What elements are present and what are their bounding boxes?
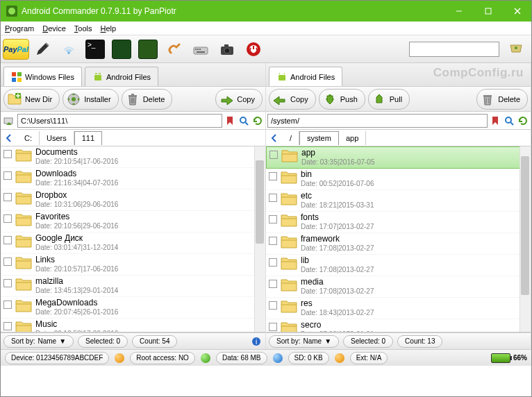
list-item[interactable]: MegaDownloadsDate: 20:07:45|26-01-2016 <box>1 297 265 319</box>
refresh-icon[interactable] <box>517 115 529 127</box>
info-icon[interactable]: i <box>250 335 263 348</box>
power-icon[interactable] <box>241 37 266 61</box>
checkbox[interactable] <box>3 171 12 180</box>
checkbox[interactable] <box>269 237 277 245</box>
right-path-input[interactable] <box>267 114 488 128</box>
checkbox[interactable] <box>3 193 12 201</box>
checkbox[interactable] <box>269 215 277 223</box>
chip2-icon[interactable] <box>135 37 160 61</box>
list-item[interactable]: resDate: 18:43|2013-02-27 <box>266 298 531 319</box>
crumb-c[interactable]: C: <box>17 131 40 145</box>
checkbox[interactable] <box>269 172 277 180</box>
checkbox[interactable] <box>269 301 277 310</box>
checkbox[interactable] <box>269 323 277 331</box>
delete-button-right[interactable]: Delete <box>476 89 528 110</box>
checkbox[interactable] <box>3 236 12 244</box>
crumb-app[interactable]: app <box>339 131 366 145</box>
list-item[interactable]: DropboxDate: 10:31:06|29-06-2016 <box>1 189 265 211</box>
paint-icon[interactable] <box>162 37 187 61</box>
cart-icon[interactable] <box>504 37 529 61</box>
copy-button-right[interactable]: Copy <box>269 89 316 110</box>
list-item[interactable]: DownloadsDate: 21:16:34|04-07-2016 <box>1 168 265 189</box>
drive-dropdown-icon[interactable] <box>2 114 16 128</box>
checkbox[interactable] <box>269 194 277 202</box>
list-item[interactable]: mediaDate: 17:08|2013-02-27 <box>266 276 531 298</box>
checkbox[interactable] <box>3 214 12 223</box>
chip-icon[interactable] <box>109 37 134 61</box>
refresh-icon[interactable] <box>251 115 264 127</box>
sort-dropdown[interactable]: Sort by:Name▼ <box>269 335 339 348</box>
checkbox[interactable] <box>269 151 278 159</box>
copy-button-left[interactable]: Copy <box>215 89 263 110</box>
terminal-icon[interactable]: >_ <box>83 37 108 61</box>
tab-android-files-left[interactable]: Android Files <box>85 67 158 86</box>
list-item[interactable]: LinksDate: 20:10:57|17-06-2016 <box>1 254 265 276</box>
checkbox[interactable] <box>3 301 12 309</box>
minimize-button[interactable] <box>451 3 467 19</box>
keyboard-icon[interactable] <box>188 37 213 61</box>
list-item[interactable]: fontsDate: 17:07|2013-02-27 <box>266 212 531 233</box>
svg-rect-7 <box>197 49 199 50</box>
right-filelist[interactable]: appDate: 03:35|2016-07-05binDate: 00:52|… <box>266 146 531 332</box>
left-tabs: Windows Files Android Files <box>1 63 265 87</box>
left-pathbar <box>1 112 265 130</box>
menu-device[interactable]: Device <box>42 24 66 33</box>
crumb-users[interactable]: Users <box>40 131 74 145</box>
right-sortbar: Sort by:Name▼ Selected: 0 Count: 13 <box>266 332 531 349</box>
crumb-root[interactable]: / <box>283 131 299 145</box>
crumb-system[interactable]: system <box>299 131 339 145</box>
list-item[interactable]: FavoritesDate: 20:10:56|29-06-2016 <box>1 211 265 233</box>
back-button[interactable] <box>266 131 283 145</box>
file-name: Documents <box>35 148 263 157</box>
sort-dropdown[interactable]: Sort by:Name▼ <box>3 335 74 348</box>
camera-icon[interactable] <box>215 37 240 61</box>
back-button[interactable] <box>1 131 17 145</box>
svg-text:i: i <box>256 338 257 346</box>
checkbox[interactable] <box>3 322 12 330</box>
pull-button[interactable]: Pull <box>368 89 410 110</box>
paypal-button[interactable]: PayPal <box>3 37 28 61</box>
list-item[interactable]: frameworkDate: 17:08|2013-02-27 <box>266 233 531 255</box>
svg-point-25 <box>72 97 76 101</box>
close-button[interactable] <box>509 3 526 19</box>
list-item[interactable]: binDate: 00:52|2016-07-06 <box>266 169 531 190</box>
list-item[interactable]: libDate: 17:08|2013-02-27 <box>266 255 531 276</box>
svg-rect-18 <box>12 78 16 82</box>
wifi-icon[interactable] <box>56 37 81 61</box>
search-icon[interactable] <box>503 115 515 127</box>
push-button[interactable]: Push <box>319 89 365 110</box>
edit-icon[interactable] <box>30 37 55 61</box>
list-item[interactable]: secroDate: 07:00|1970-01-01 <box>266 319 531 332</box>
installer-button[interactable]: Installer <box>63 89 119 110</box>
bookmark-icon[interactable] <box>224 115 236 127</box>
crumb-111[interactable]: 111 <box>74 131 102 145</box>
left-filelist[interactable]: DocumentsDate: 20:10:54|17-06-2016Downlo… <box>1 146 265 332</box>
tab-windows-files[interactable]: Windows Files <box>3 67 82 86</box>
search-input[interactable] <box>409 42 499 57</box>
newdir-button[interactable]: New Dir <box>3 89 60 110</box>
list-item[interactable]: Google ДискDate: 03:01:47|31-12-2014 <box>1 233 265 254</box>
list-item[interactable]: appDate: 03:35|2016-07-05 <box>266 146 531 169</box>
status-dot-root <box>115 353 124 363</box>
list-item[interactable]: DocumentsDate: 20:10:54|17-06-2016 <box>1 146 265 168</box>
menu-tools[interactable]: Tools <box>74 24 92 33</box>
checkbox[interactable] <box>3 257 12 266</box>
maximize-button[interactable] <box>480 3 497 19</box>
checkbox[interactable] <box>3 279 12 287</box>
checkbox[interactable] <box>269 258 277 267</box>
delete-button-left[interactable]: Delete <box>122 89 173 110</box>
menu-help[interactable]: Help <box>101 24 117 33</box>
list-item[interactable]: malzillaDate: 13:45:13|29-01-2014 <box>1 276 265 297</box>
svg-rect-12 <box>224 44 228 47</box>
file-name: fonts <box>301 213 528 222</box>
file-date: Date: 17:08|2013-02-27 <box>301 287 528 296</box>
search-icon[interactable] <box>238 115 250 127</box>
list-item[interactable]: MusicDate: 20:10:53|17-06-2016 <box>1 319 265 332</box>
list-item[interactable]: etcDate: 18:21|2015-03-31 <box>266 190 531 212</box>
menu-program[interactable]: Program <box>5 24 34 33</box>
bookmark-icon[interactable] <box>489 115 501 127</box>
left-path-input[interactable] <box>17 114 222 128</box>
checkbox[interactable] <box>3 150 12 158</box>
tab-android-files-right[interactable]: Android Files <box>269 67 342 86</box>
checkbox[interactable] <box>269 280 277 288</box>
